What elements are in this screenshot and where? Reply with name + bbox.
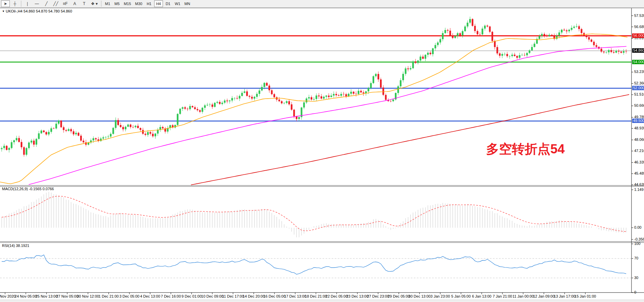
tool-trendline-button[interactable]: ╱ bbox=[42, 0, 51, 7]
timeframe-W1-button[interactable]: W1 bbox=[173, 0, 182, 7]
tool-text-label-button[interactable]: T bbox=[80, 0, 89, 7]
symbol-dropdown-icon[interactable]: ▼ bbox=[2, 10, 5, 13]
bottom-scrollbar-strip[interactable] bbox=[0, 300, 644, 302]
toolbar-separator bbox=[101, 1, 101, 7]
timeframe-M15-button[interactable]: M15 bbox=[122, 0, 133, 7]
timeframe-D1-button[interactable]: D1 bbox=[164, 0, 172, 7]
timeframe-M5-button[interactable]: M5 bbox=[113, 0, 121, 7]
toolbar: ➤┼|—╱╱╱≡FAT❖ ▾M1M5M15M30H1H4D1W1MN bbox=[0, 0, 644, 8]
tool-vertical-line-button[interactable]: | bbox=[23, 0, 32, 7]
tool-horizontal-line-button[interactable]: — bbox=[32, 0, 41, 7]
symbol-period-label: UKOil-,H4 bbox=[6, 9, 23, 13]
timeframe-MN-button[interactable]: MN bbox=[183, 0, 192, 7]
timeframe-H4-button[interactable]: H4 bbox=[154, 0, 163, 7]
timeframe-M1-button[interactable]: M1 bbox=[103, 0, 112, 7]
toolbar-separator bbox=[21, 1, 21, 7]
tool-equidistant-channel-button[interactable]: ╱╱ bbox=[51, 0, 60, 7]
tool-fibonacci-button[interactable]: ≡F bbox=[61, 0, 70, 7]
tool-text-button[interactable]: A bbox=[70, 0, 79, 7]
ohlc-values: 54.860 54.870 54.780 54.860 bbox=[24, 9, 72, 13]
tool-arrows-button[interactable]: ❖ ▾ bbox=[89, 0, 99, 7]
chart-title: ▼ UKOil-,H4 54.860 54.870 54.780 54.860 bbox=[2, 9, 72, 13]
trading-platform-window: ➤┼|—╱╱╱≡FAT❖ ▾M1M5M15M30H1H4D1W1MN ▼ UKO… bbox=[0, 0, 644, 302]
timeframe-M30-button[interactable]: M30 bbox=[134, 0, 144, 7]
chart-canvas[interactable] bbox=[0, 0, 644, 302]
tool-cursor-button[interactable]: ➤ bbox=[1, 0, 10, 7]
tool-crosshair-button[interactable]: ┼ bbox=[10, 0, 19, 7]
timeframe-H1-button[interactable]: H1 bbox=[145, 0, 153, 7]
